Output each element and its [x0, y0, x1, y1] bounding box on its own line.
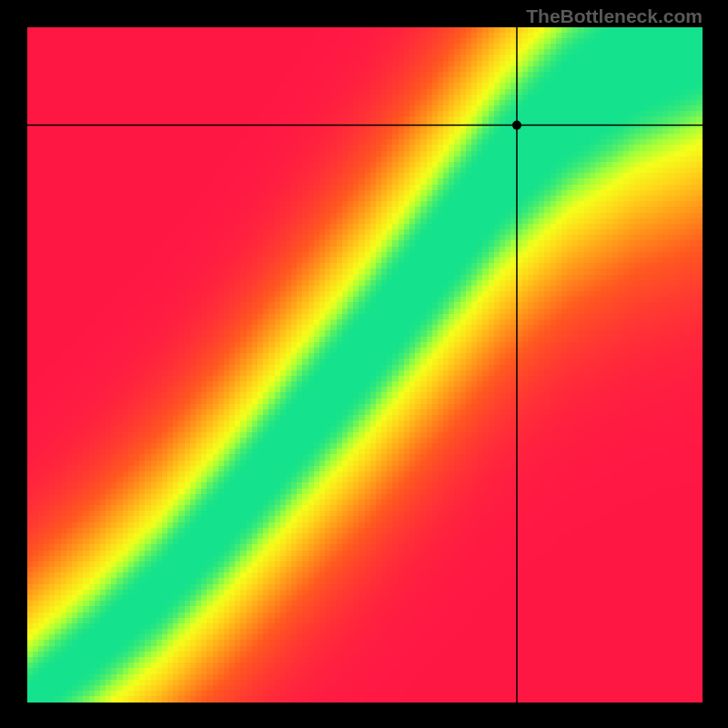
- chart-container: TheBottleneck.com: [0, 0, 728, 728]
- bottleneck-heatmap: [27, 27, 703, 703]
- watermark-text: TheBottleneck.com: [526, 5, 703, 27]
